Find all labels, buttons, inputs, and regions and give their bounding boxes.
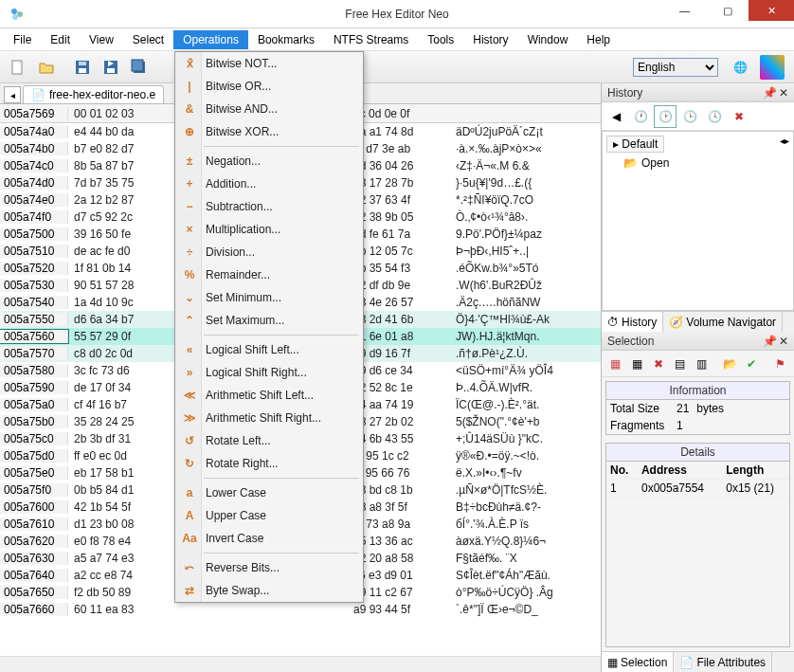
history-panel-title: History 📌✕ [602,83,794,102]
op-label: Byte Swap... [206,584,269,597]
menu-select[interactable]: Select [123,30,173,49]
op-label: Bitwise XOR... [206,125,279,138]
op-bitwise-not[interactable]: x̄Bitwise NOT... [175,52,363,75]
color-settings-button[interactable] [760,55,785,80]
op-multiplication[interactable]: ×Multiplication... [175,218,363,241]
addr-cell: 005a7610 [0,518,68,531]
pin-icon[interactable]: 📌 [763,86,777,100]
op-byte-swap[interactable]: ⇄Byte Swap... [175,579,363,602]
close-panel-icon[interactable]: ✕ [779,335,788,348]
op-label: Bitwise AND... [206,102,278,116]
op-logical-shift-right[interactable]: »Logical Shift Right... [175,361,363,384]
sel-cancel-icon[interactable]: ✖ [648,354,668,374]
details-col: Address [638,462,722,480]
addr-cell: 005a7530 [0,279,68,292]
svg-rect-6 [79,62,86,65]
op-icon: A [181,509,198,522]
history-clock4-icon[interactable]: 🕓 [704,106,725,127]
sel-grid3-icon[interactable]: ▤ [670,354,690,374]
save-all-button[interactable] [127,55,152,80]
sel-grid2-icon[interactable]: ▦ [627,354,647,374]
op-subtraction[interactable]: −Subtraction... [175,195,363,218]
btab-history[interactable]: ⏱History [602,312,663,332]
op-bitwise-xor[interactable]: ⊕Bitwise XOR... [175,120,363,143]
op-icon: « [181,343,198,356]
sel-check-icon[interactable]: ✔ [742,354,762,374]
open-file-button[interactable] [34,55,59,80]
op-arithmetic-shift-left[interactable]: ≪Arithmetic Shift Left... [175,384,363,407]
history-tree-header: Default [622,137,658,151]
save-button[interactable] [70,55,95,80]
op-label: Logical Shift Right... [206,366,307,379]
hex-row[interactable]: 005a766060 11 ea 83a9 93 44 5f`.ê*"]Ï Œ›… [0,601,601,618]
menu-file[interactable]: File [4,30,41,49]
op-rotate-left[interactable]: ↺Rotate Left... [175,429,363,452]
tab-nav-left[interactable]: ◂ [4,86,21,103]
hscroll[interactable] [0,656,601,672]
op-negation[interactable]: ±Negation... [175,150,363,173]
maximize-button[interactable]: ▢ [706,0,749,21]
menu-edit[interactable]: Edit [41,30,80,49]
selection-panel-title: Selection 📌✕ [602,332,794,351]
new-file-button[interactable] [6,55,30,80]
op-logical-shift-left[interactable]: «Logical Shift Left... [175,338,363,361]
menu-window[interactable]: Window [518,30,578,49]
ascii-cell: ‹Z‡·Ä¬«.M 6.& [450,159,601,173]
menu-operations[interactable]: Operations [173,30,248,49]
history-nav-back-icon[interactable]: ◀ [605,106,626,127]
history-delete-icon[interactable]: ✖ [729,106,749,127]
tree-collapse-icon[interactable]: ◂▸ [780,136,789,146]
language-select[interactable]: English [633,58,718,77]
history-title-label: History [607,86,642,100]
op-invert-case[interactable]: AaInvert Case [175,527,363,550]
op-bitwise-or[interactable]: |Bitwise OR... [175,75,363,98]
menu-tools[interactable]: Tools [418,30,463,49]
op-remainder[interactable]: %Remainder... [175,263,363,286]
op-set-maximum[interactable]: ⌃Set Maximum... [175,309,363,332]
op-reverse-bits[interactable]: ⤺Reverse Bits... [175,556,363,579]
minimize-button[interactable]: — [663,0,706,21]
history-clock1-icon[interactable]: 🕐 [630,106,651,127]
op-arithmetic-shift-right[interactable]: ≫Arithmetic Shift Right... [175,407,363,429]
history-clock2-icon[interactable]: 🕑 [655,106,676,127]
op-upper-case[interactable]: AUpper Case [175,504,363,527]
menu-history[interactable]: History [463,30,517,49]
file-tab[interactable]: 📄 free-hex-editor-neo.e [23,85,164,103]
sel-grid1-icon[interactable]: ▦ [605,354,625,374]
op-lower-case[interactable]: aLower Case [175,481,363,504]
addr-cell: 005a7600 [0,500,68,514]
op-label: Rotate Right... [206,457,279,470]
btab-file-attributes[interactable]: 📄File Attributes [674,652,772,672]
btab-selection[interactable]: ▦Selection [602,652,674,672]
op-bitwise-and[interactable]: &Bitwise AND... [175,98,363,120]
menu-view[interactable]: View [80,30,123,49]
close-button[interactable]: ✕ [749,0,794,21]
ascii-cell: +;Û14äSÜù }"kC. [450,432,601,445]
close-panel-icon[interactable]: ✕ [779,86,788,100]
history-item[interactable]: 📂 Open [606,156,789,170]
ascii-cell: ÿ®«Ð.•=öÿ.~<!ò. [450,449,601,463]
save-as-button[interactable]: ▸ [99,55,123,80]
op-addition[interactable]: +Addition... [175,173,363,195]
op-icon: ⌄ [181,291,198,304]
ascii-cell: 5($ŽNO(".°¢è'+b [450,415,601,428]
btab-volume-navigator[interactable]: 🧭Volume Navigator [663,312,783,332]
menu-ntfs-streams[interactable]: NTFS Streams [324,30,418,49]
menu-help[interactable]: Help [577,30,620,49]
sel-open-icon[interactable]: 📂 [720,354,740,374]
op-set-minimum[interactable]: ⌄Set Minimum... [175,286,363,309]
sel-flag-icon[interactable]: ⚑ [770,354,790,374]
pin-icon[interactable]: 📌 [763,335,777,348]
history-tree[interactable]: ▸ Default ◂▸ 📂 Open [602,131,794,311]
ascii-cell: S¢Îèt.ëf"¢Áh"Æãù. [450,569,601,582]
info-row: Fragments1 [606,417,789,434]
details-row[interactable]: 10x005a75540x15 (21) [606,480,789,498]
sel-grid4-icon[interactable]: ▥ [692,354,712,374]
op-label: Division... [206,245,255,259]
op-division[interactable]: ÷Division... [175,241,363,263]
menu-bookmarks[interactable]: Bookmarks [248,30,324,49]
history-clock3-icon[interactable]: 🕒 [679,106,700,127]
op-rotate-right[interactable]: ↻Rotate Right... [175,452,363,475]
addr-cell: 005a74b0 [0,142,68,155]
op-icon: ÷ [181,245,198,259]
